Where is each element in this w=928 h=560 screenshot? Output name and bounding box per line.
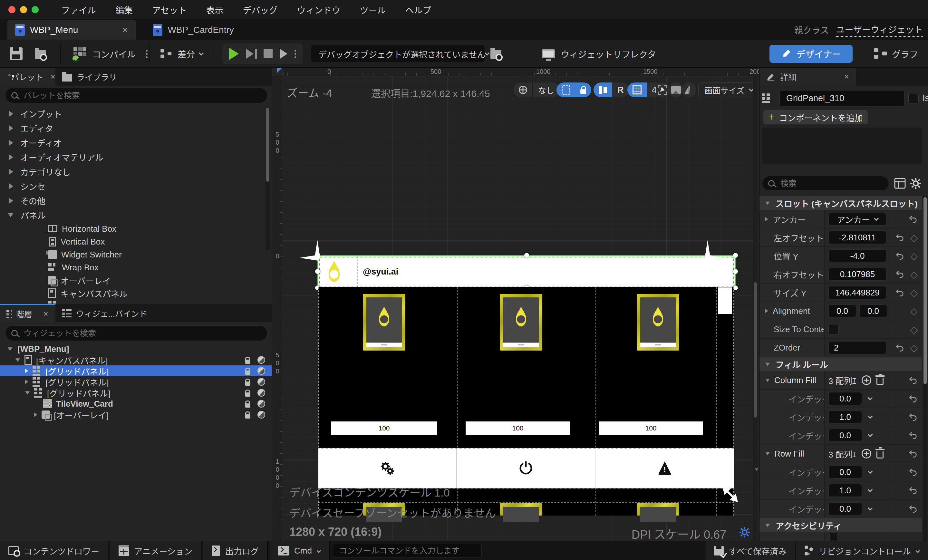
right-offset-input[interactable]: 0.107985 [829, 268, 887, 281]
play-options-icon[interactable] [295, 50, 296, 52]
expand-arrow-icon[interactable] [9, 140, 13, 146]
partial-checkbox[interactable] [829, 533, 838, 541]
console-command-input[interactable] [333, 544, 482, 557]
dpi-settings-gear-icon[interactable] [739, 526, 751, 538]
widget-logo-cell[interactable] [322, 258, 346, 286]
palette-item-widget-switcher[interactable]: Widget Switcher [0, 248, 264, 261]
tree-row-overlay[interactable]: [オーバーレイ] [0, 409, 272, 420]
collapse-arrow-icon[interactable] [766, 378, 770, 381]
graph-mode-button[interactable]: グラフ [874, 45, 918, 63]
lock-widgets-button[interactable] [575, 82, 591, 97]
menu-edit[interactable]: 編集 [115, 3, 133, 16]
palette-category-audio-material[interactable]: オーディオマテリアル [0, 150, 264, 164]
palette-item-partial[interactable] [0, 300, 264, 304]
menu-debug[interactable]: デバッグ [243, 3, 278, 16]
card-entry[interactable] [500, 294, 542, 351]
lock-icon[interactable] [245, 392, 250, 397]
minimize-window-icon[interactable] [20, 6, 27, 13]
grid-snap-button[interactable] [627, 82, 647, 97]
output-log-button[interactable]: 出力ログ [203, 541, 268, 560]
reset-icon[interactable] [909, 504, 918, 513]
bind-diamond-icon[interactable]: ◇ [910, 305, 918, 317]
menu-help[interactable]: ヘルプ [405, 3, 431, 16]
visibility-icon[interactable] [258, 400, 265, 407]
scrollbar-thumb[interactable] [266, 108, 269, 182]
tree-row-grid-panel-2[interactable]: [グリッドパネル] [0, 376, 272, 387]
reset-icon[interactable] [896, 251, 905, 260]
expand-arrow-icon[interactable] [9, 183, 13, 189]
index-value-input[interactable]: 0.0 [829, 465, 862, 479]
reset-icon[interactable] [896, 288, 905, 297]
palette-category-other[interactable]: その他 [0, 193, 264, 208]
palette-item-horizontal-box[interactable]: Horizontal Box [0, 222, 264, 235]
lock-icon[interactable] [245, 414, 250, 418]
palette-category-synth[interactable]: シンセ [0, 179, 264, 193]
tileview-scrollbar[interactable] [718, 287, 732, 314]
menu-view[interactable]: 表示 [206, 3, 223, 16]
content-drawer-button[interactable]: コンテンツドロワー [0, 541, 108, 560]
collapse-arrow-icon[interactable] [8, 347, 12, 351]
add-element-icon[interactable] [862, 375, 871, 385]
resize-arrow-icon[interactable] [722, 486, 739, 503]
widget-reflector-button[interactable]: ウィジェットリフレクタ [542, 44, 656, 64]
details-search[interactable] [762, 176, 889, 191]
bind-diamond-icon[interactable]: ◇ [910, 324, 918, 335]
scrollbar-thumb[interactable] [754, 282, 757, 418]
close-tab-icon[interactable] [122, 27, 128, 32]
lock-icon[interactable] [245, 360, 250, 364]
reset-icon[interactable] [909, 431, 918, 440]
palette-category-input[interactable]: インプット [0, 106, 264, 121]
settings-gear-icon[interactable] [910, 177, 922, 189]
play-icon[interactable] [229, 48, 239, 60]
size-to-content-checkbox[interactable] [829, 324, 839, 334]
close-icon[interactable] [50, 75, 55, 79]
palette-search-input[interactable] [23, 90, 261, 101]
play-to-here-icon[interactable] [280, 49, 287, 59]
close-icon[interactable] [44, 311, 48, 316]
index-value-input[interactable]: 1.0 [829, 410, 862, 423]
reset-icon[interactable] [909, 412, 918, 421]
tab-widget-bind[interactable]: ウィジェ...バインド [55, 304, 154, 322]
reset-icon[interactable] [896, 233, 905, 242]
card-entry-partial[interactable] [500, 503, 542, 516]
pos-y-input[interactable]: -4.0 [829, 249, 887, 262]
menu-file[interactable]: ファイル [61, 3, 96, 16]
resize-handle[interactable] [524, 253, 529, 258]
tree-row-wbp-menu[interactable]: [WBP_Menu] [0, 343, 272, 354]
palette-category-editor[interactable]: エディタ [0, 121, 264, 135]
alignment-y-input[interactable]: 0.0 [859, 305, 887, 317]
visibility-icon[interactable] [258, 411, 265, 418]
tree-row-grid-panel-3[interactable]: [グリッドパネル] [0, 387, 272, 398]
chevron-down-icon[interactable] [868, 505, 873, 510]
reset-icon[interactable] [896, 270, 905, 279]
scrollbar-thumb[interactable] [923, 197, 927, 384]
index-value-input[interactable]: 0.0 [829, 392, 862, 405]
debug-object-dropdown[interactable]: デバッグオブジェクトが選択されていません [311, 45, 485, 63]
anchor-dropdown[interactable]: アンカー [829, 213, 887, 226]
chevron-down-icon[interactable] [868, 487, 873, 492]
collapse-arrow-icon[interactable] [766, 452, 770, 455]
visibility-icon[interactable] [258, 367, 265, 375]
palette-item-wrap-box[interactable]: Wrap Box [0, 261, 264, 274]
collapse-arrow-icon[interactable] [25, 391, 30, 394]
designer-canvas[interactable]: 0 500 1000 1500 200 500 0 500 1000 ズーム -… [272, 68, 759, 541]
animation-button[interactable]: アニメーション [110, 541, 201, 560]
is-variable-checkbox[interactable] [908, 93, 919, 104]
palette-category-uncategorized[interactable]: カテゴリなし [0, 164, 264, 179]
card-entry[interactable] [363, 294, 405, 351]
menu-asset[interactable]: アセット [152, 3, 186, 16]
compile-button[interactable]: コンパイル [73, 44, 148, 64]
scroll-down-icon[interactable] [755, 468, 759, 471]
settings-cell[interactable] [318, 449, 457, 488]
expand-arrow-icon[interactable] [9, 111, 13, 117]
palette-item-overlay[interactable]: オーバーレイ [0, 274, 264, 287]
card-entry[interactable] [637, 294, 679, 351]
index-value-input[interactable]: 0.0 [829, 502, 862, 515]
close-window-icon[interactable] [8, 6, 15, 13]
add-component-button[interactable]: + コンポーネントを追加 [763, 110, 868, 124]
lock-icon[interactable] [245, 403, 250, 407]
canvas-scrollbar[interactable] [753, 76, 757, 541]
visibility-icon[interactable] [258, 378, 265, 386]
delete-elements-icon[interactable] [876, 452, 884, 458]
details-scrollbar[interactable] [923, 196, 927, 541]
